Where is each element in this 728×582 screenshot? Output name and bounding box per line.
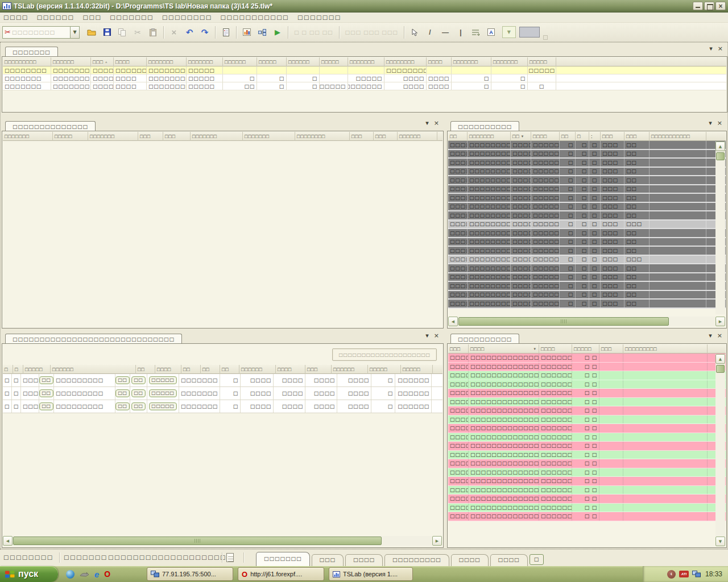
table-row[interactable]: □□□□□□□□□□□□□□□□□□□□□□□□□□□□□□□□ [448, 150, 726, 159]
taskbar-task-2[interactable]: Ohttp://j61.forexpf.... [238, 567, 324, 581]
undo-button[interactable]: ↶ [183, 26, 196, 39]
delete-button[interactable]: × [167, 26, 181, 39]
scroll-right-button[interactable]: ▶ [715, 317, 725, 326]
scrollbar-thumb[interactable] [716, 365, 725, 373]
launcher-arrow-icon[interactable] [80, 571, 89, 577]
table-row[interactable]: □□□□□□□□□□□□□□□□□□□□□□□□□□□□□□□□ [448, 185, 726, 194]
start-button[interactable]: пуск [0, 566, 58, 582]
table-row[interactable]: □□□□□□□□□□□□□□□□□□□□□□□□□□□□□□□□ [448, 168, 726, 177]
table-row[interactable]: □□□□□□□□□□□□□□□□□□□□□□□□□□□□□□□□ [448, 141, 726, 150]
row-button[interactable]: □□ [39, 376, 53, 384]
table-row[interactable]: □□□□□□□□□□□□□□□□□□□□□□□□□□□□ □ [448, 494, 726, 504]
column-header[interactable]: □□□□□ [320, 57, 348, 66]
panel-close-icon[interactable]: × [718, 45, 723, 52]
column-header[interactable]: □□▼ [511, 132, 531, 141]
column-header[interactable]: □□□□□□□ [191, 132, 243, 141]
table-row[interactable]: □□□□□□□□□□□□□□□□□□□□□□□□□□□□ □ [448, 486, 726, 495]
cursor-tool-button[interactable] [408, 26, 421, 39]
ati-icon[interactable]: ATI [679, 571, 689, 577]
chevron-down-icon[interactable]: ▼ [70, 27, 79, 38]
column-header[interactable]: □□□□ [114, 57, 147, 66]
column-header[interactable]: □□□□□□□ [187, 57, 223, 66]
column-header[interactable]: □ [3, 365, 13, 374]
table-row[interactable]: □□□□□□□□□□□□□□□□□□□□□□□□□□□□□□□□□□□□□□□□… [3, 374, 442, 387]
scroll-up-button[interactable]: ▲ [715, 354, 725, 364]
table-row[interactable]: □□□□□□□□□□□□□□□□□□□□□□□□□□□□□□□□□□□□□□□□… [3, 400, 442, 413]
maximize-button[interactable] [704, 2, 714, 10]
column-header[interactable]: □□□ [350, 132, 374, 141]
table-row[interactable]: □□□□□□□□□□□□□□□□□□□□□□□□□□□□□□□□ [448, 203, 726, 212]
taskbar-task-3[interactable]: TSLab (версия 1.... [329, 567, 413, 581]
table-row[interactable]: □□□□□□□□□□□□□□□□□□□□□□□□□□□□ □ [448, 459, 726, 468]
cut-button[interactable]: ✂ [131, 26, 144, 39]
column-header[interactable]: □□□□□□ [51, 365, 136, 374]
row-button[interactable]: □□ [115, 402, 129, 410]
table-row[interactable]: □□□□□□□□□□□□□□□□□□□□□□□□□□□□□□□□□ [448, 221, 726, 230]
copy-button[interactable] [115, 26, 129, 39]
status-tab-6[interactable]: □□□□ [490, 554, 528, 566]
report-button[interactable] [219, 26, 233, 39]
launcher-orb-icon[interactable] [66, 570, 75, 579]
scrollbar-thumb[interactable] [716, 152, 725, 160]
table-row[interactable]: □□□□□□□□□□□□□□□□□□□□□□□□□□□□□□□□ [448, 194, 726, 203]
column-header[interactable]: □□□□□□ [398, 132, 437, 141]
toolbar-overflow-button[interactable] [543, 35, 548, 40]
table-row[interactable]: □□□□□□□□□□□□□□□□□□□□□□□□□□□□ □ [448, 512, 726, 521]
status-tab-7[interactable]: □ [530, 554, 544, 565]
table-row[interactable]: □□□□□□□□□□□□□□□□□□□□□□□□□□□□□□□□ [448, 211, 726, 221]
column-header[interactable]: □ [576, 132, 589, 141]
column-header[interactable]: □□□ [601, 132, 624, 141]
horizontal-line-tool-button[interactable]: — [439, 26, 452, 39]
column-header[interactable]: □□□□□ [257, 57, 287, 66]
table-row[interactable]: □□□□□□□□□□□□□□□□□□□□□□□□□□□□ □ [448, 371, 726, 380]
panel-menu-icon[interactable]: ▾ [425, 332, 429, 339]
row-button[interactable]: □□ [115, 376, 129, 384]
scroll-right-button[interactable]: ▶ [432, 536, 442, 546]
horizontal-scrollbar[interactable]: ◀ ▶ [3, 536, 442, 546]
row-button[interactable]: □□□□□ [149, 376, 176, 384]
table-row[interactable]: □□□□□□□□□□□□□□□□□□□□□□□□□□□□□□□□ [448, 159, 726, 168]
tab-top-panel[interactable]: □□□□□□□ [5, 47, 58, 57]
tab-bottom-left-panel[interactable]: □□□□□□□□□□□□□□□□□□□□□□□□□□□□□□ [5, 334, 182, 344]
network-tray-icon[interactable] [692, 571, 701, 577]
table-row[interactable]: □□□□□□□□□□□□□□□□□□□□□□□□□□□□□□□□□□□□□□□□… [3, 387, 442, 400]
column-header[interactable]: □□□ [624, 132, 650, 141]
column-header[interactable]: □□□ [599, 344, 623, 354]
column-header[interactable]: □□□□□□ [223, 57, 257, 66]
scroll-up-button[interactable]: ▲ [715, 142, 725, 151]
tab-bottom-right-panel[interactable]: □□□□□□□□□□ [450, 334, 519, 344]
scrollbar-thumb[interactable] [13, 537, 382, 545]
column-header[interactable]: : [589, 132, 601, 141]
column-header[interactable]: □□□□□□ [51, 57, 91, 66]
table-row[interactable]: □□□□□□□□□□□□□□□□□□□□□□□□□□□□ □ [448, 354, 726, 363]
table-row[interactable]: □□□□□□□□□□□□□□□□□□□□□□□□□□□□□□□□ [448, 176, 726, 185]
column-header[interactable]: □□□□□□□ [3, 132, 53, 141]
row-button[interactable]: □□ [131, 402, 145, 410]
column-header[interactable]: □□□□□□□□□□□ [650, 132, 706, 141]
table-row[interactable]: □□□□□□□□□□□□□□□□□□□□□□□□□□□□□□□□□□□□□□□□… [3, 74, 726, 82]
column-header[interactable]: □□□□▼ [469, 344, 539, 354]
column-header[interactable]: □□□□□□□ [348, 57, 384, 66]
trend-line-tool-button[interactable]: / [423, 26, 437, 39]
column-header[interactable]: □□□ [163, 132, 191, 141]
color-dropdown[interactable]: ▼ [502, 26, 516, 38]
column-header[interactable]: □□□□□□□ [491, 57, 528, 66]
column-header[interactable]: □□□□□□□ [468, 132, 511, 141]
row-button[interactable]: □□ [39, 402, 53, 410]
column-header[interactable]: □□□▲ [91, 57, 114, 66]
vertical-scrollbar[interactable]: ▲ [715, 142, 725, 314]
column-header[interactable]: □□□□□□□□□ [3, 57, 51, 66]
column-header[interactable]: □□□□ [427, 57, 452, 66]
panel-menu-icon[interactable]: ▾ [709, 120, 712, 126]
minimize-button[interactable] [693, 2, 703, 10]
table-row[interactable]: □□□□□□□□□□□□□□□□□□□□□□□□□□□□□□□□ [448, 264, 726, 273]
table-row[interactable]: □□□□□□□□□□□□□□□□□□□□□□□□□□□□ □ [448, 433, 726, 442]
table-row[interactable]: □□□□□□□□□□□□□□□□□□□□□□□□□□□□ □ [448, 477, 726, 486]
orders-toolbar-button[interactable]: □□□□□□□□□□□□□□□□□□□□ [332, 348, 437, 361]
tab-mid-right-panel[interactable]: □□□□□□□□□□ [450, 121, 519, 131]
column-header[interactable]: □□□□□ [53, 132, 88, 141]
table-row[interactable]: □□□□□□□□□□□□□□□□□□□□□□□□□□□□□□□□□□□□□□□□… [3, 82, 726, 90]
column-header[interactable]: □□□□ [539, 344, 572, 354]
scrollbar-thumb[interactable] [458, 317, 669, 326]
status-tab-4[interactable]: □□□□□□□□□ [384, 554, 449, 566]
